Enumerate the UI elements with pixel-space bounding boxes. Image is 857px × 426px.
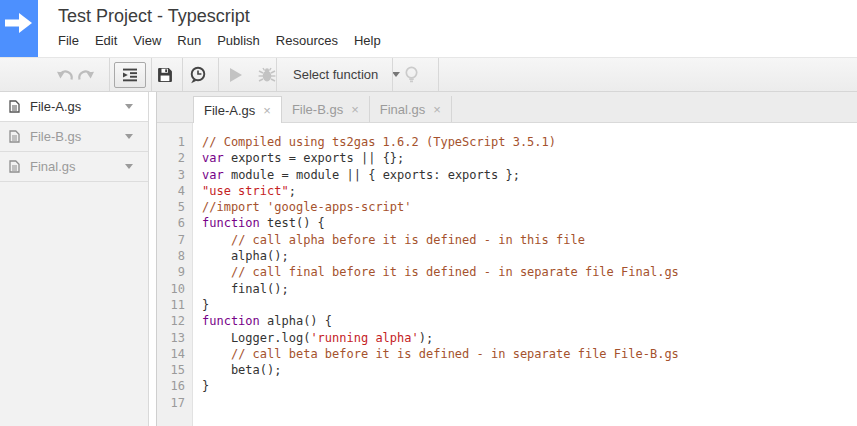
close-icon[interactable]: ×	[351, 103, 359, 116]
toolbar-divider	[438, 58, 439, 91]
debug-button[interactable]	[257, 58, 277, 91]
toolbar-divider	[151, 58, 152, 91]
debug-bug-icon	[258, 67, 276, 83]
undo-button[interactable]	[55, 58, 75, 91]
file-label: File-A.gs	[30, 99, 81, 114]
lightbulb-icon	[403, 66, 420, 83]
hints-button[interactable]	[401, 58, 421, 91]
editor-region: File-A.gs×File-B.gs×Final.gs× 1234567891…	[156, 92, 857, 426]
sidebar-item-file-b-gs[interactable]: File-B.gs	[0, 122, 148, 152]
files-sidebar: File-A.gsFile-B.gsFinal.gs	[0, 92, 149, 426]
select-function-label: Select function	[293, 67, 378, 82]
line-number-gutter: 1234567891011121314151617	[157, 123, 193, 426]
document-icon	[9, 130, 20, 143]
toolbar-divider	[392, 58, 393, 91]
code-line: final();	[202, 281, 857, 297]
header: Test Project - Typescript FileEditViewRu…	[0, 0, 857, 57]
line-number: 13	[157, 330, 185, 346]
code-line: var exports = exports || {};	[202, 150, 857, 166]
code-line: alpha();	[202, 248, 857, 264]
menu-run[interactable]: Run	[177, 33, 201, 48]
menu-resources[interactable]: Resources	[276, 33, 338, 48]
menu-edit[interactable]: Edit	[95, 33, 117, 48]
line-number: 11	[157, 297, 185, 313]
toolbar-divider	[218, 58, 219, 91]
code-content[interactable]: // Compiled using ts2gas 1.6.2 (TypeScri…	[193, 123, 857, 426]
project-title[interactable]: Test Project - Typescript	[58, 6, 250, 27]
code-area: 1234567891011121314151617 // Compiled us…	[157, 123, 857, 426]
select-function-dropdown[interactable]: Select function	[293, 58, 400, 91]
line-number: 7	[157, 232, 185, 248]
code-line: function test() {	[202, 215, 857, 231]
menubar: FileEditViewRunPublishResourcesHelp	[58, 33, 381, 48]
code-line: }	[202, 297, 857, 313]
line-number: 17	[157, 395, 185, 411]
line-number: 8	[157, 248, 185, 264]
run-play-icon	[230, 68, 242, 82]
apps-script-editor: Test Project - Typescript FileEditViewRu…	[0, 0, 857, 426]
chevron-down-icon[interactable]	[125, 134, 133, 139]
code-line: var module = module || { exports: export…	[202, 167, 857, 183]
code-line: //import 'google-apps-script'	[202, 199, 857, 215]
code-line: }	[202, 378, 857, 394]
triggers-button[interactable]	[187, 58, 209, 91]
line-number: 6	[157, 215, 185, 231]
chevron-down-icon[interactable]	[125, 164, 133, 169]
line-number: 9	[157, 264, 185, 280]
toolbar-divider	[109, 58, 110, 91]
close-icon[interactable]: ×	[433, 103, 441, 116]
run-button[interactable]	[228, 58, 244, 91]
line-number: 15	[157, 362, 185, 378]
toolbar: Select function	[0, 57, 857, 92]
indent-button[interactable]	[114, 62, 146, 88]
line-number: 12	[157, 313, 185, 329]
chevron-down-icon	[392, 72, 400, 77]
menu-view[interactable]: View	[133, 33, 161, 48]
tab-strip: File-A.gs×File-B.gs×Final.gs×	[157, 92, 857, 123]
app-logo	[0, 0, 38, 57]
file-label: File-B.gs	[30, 129, 81, 144]
code-line: // call alpha before it is defined - in …	[202, 232, 857, 248]
chevron-down-icon[interactable]	[125, 104, 133, 109]
line-number: 2	[157, 150, 185, 166]
code-line: Logger.log('running alpha');	[202, 330, 857, 346]
tab-label: File-A.gs	[204, 103, 255, 118]
code-line: // call final before it is defined - in …	[202, 264, 857, 280]
arrow-right-icon	[5, 13, 33, 33]
line-number: 14	[157, 346, 185, 362]
sidebar-item-final-gs[interactable]: Final.gs	[0, 152, 148, 182]
redo-icon	[77, 68, 95, 81]
redo-button[interactable]	[76, 58, 96, 91]
save-button[interactable]	[155, 58, 175, 91]
code-line: beta();	[202, 362, 857, 378]
line-number: 1	[157, 134, 185, 150]
code-line: // call beta before it is defined - in s…	[202, 346, 857, 362]
tab-label: Final.gs	[380, 102, 426, 117]
tab-final-gs[interactable]: Final.gs×	[370, 96, 452, 122]
toolbar-divider	[276, 58, 277, 91]
document-icon	[9, 100, 20, 113]
line-number: 16	[157, 378, 185, 394]
menu-help[interactable]: Help	[354, 33, 381, 48]
tab-file-b-gs[interactable]: File-B.gs×	[282, 96, 370, 122]
line-number: 10	[157, 281, 185, 297]
code-line: "use strict";	[202, 183, 857, 199]
line-number: 5	[157, 199, 185, 215]
tab-file-a-gs[interactable]: File-A.gs×	[193, 96, 282, 123]
save-icon	[157, 67, 173, 83]
menu-file[interactable]: File	[58, 33, 79, 48]
close-icon[interactable]: ×	[263, 104, 271, 117]
file-label: Final.gs	[30, 159, 76, 174]
line-number: 3	[157, 167, 185, 183]
code-line	[202, 395, 857, 411]
indent-icon	[122, 68, 138, 82]
toolbar-divider	[182, 58, 183, 91]
triggers-clock-icon	[188, 66, 208, 84]
document-icon	[9, 160, 20, 173]
tab-label: File-B.gs	[292, 102, 343, 117]
menu-publish[interactable]: Publish	[217, 33, 260, 48]
code-line: function alpha() {	[202, 313, 857, 329]
code-line: // Compiled using ts2gas 1.6.2 (TypeScri…	[202, 134, 857, 150]
sidebar-item-file-a-gs[interactable]: File-A.gs	[0, 92, 148, 122]
undo-icon	[56, 68, 74, 81]
